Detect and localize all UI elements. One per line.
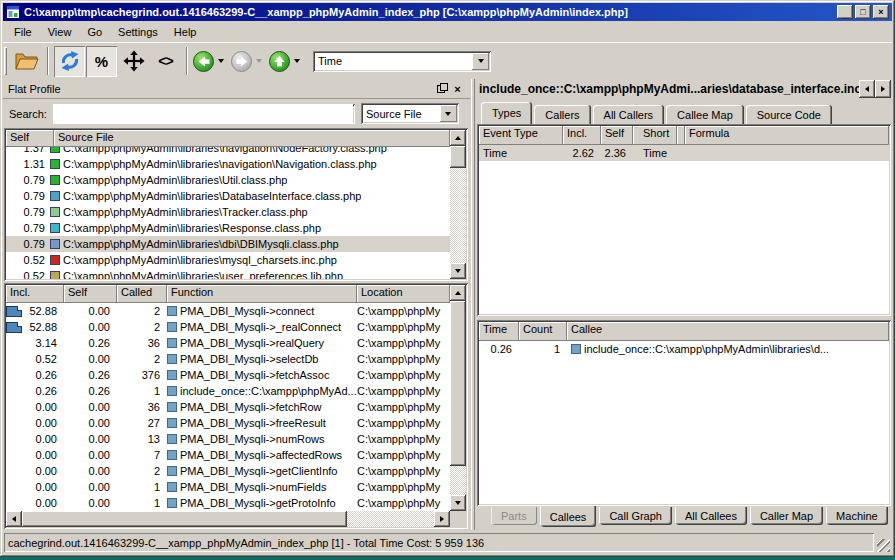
- column-header-callee[interactable]: Callee: [567, 322, 889, 341]
- table-row[interactable]: 3.140.2636 PMA_DBI_Mysqli->realQuery C:\…: [6, 335, 450, 351]
- menu-file[interactable]: File: [6, 23, 40, 41]
- function-icon: [167, 482, 177, 492]
- tab-callee-map[interactable]: Callee Map: [666, 105, 744, 124]
- event-type-combo[interactable]: Time: [313, 51, 491, 72]
- back-dropdown[interactable]: [214, 51, 228, 72]
- column-header-source-file[interactable]: Source File: [54, 130, 450, 147]
- tab-scroll-right-button[interactable]: [875, 80, 891, 98]
- scrollbar-thumb[interactable]: [22, 511, 347, 527]
- list-item[interactable]: 1.37C:\xampp\phpMyAdmin\libraries\naviga…: [6, 147, 450, 156]
- menu-settings[interactable]: Settings: [110, 23, 166, 41]
- list-item[interactable]: 0.52C:\xampp\phpMyAdmin\libraries\user_p…: [6, 268, 450, 279]
- title-bar[interactable]: C:\xampp\tmp\cachegrind.out.1416463299-C…: [3, 3, 892, 21]
- table-row-selected[interactable]: Time 2.62 2.36 Time: [479, 145, 889, 161]
- scrollbar-horizontal[interactable]: [6, 511, 450, 527]
- up-button[interactable]: [269, 51, 290, 72]
- tab-callers[interactable]: Callers: [534, 105, 590, 124]
- resize-grip[interactable]: [877, 539, 890, 552]
- column-header-count[interactable]: Count: [519, 322, 567, 341]
- scroll-up-button[interactable]: [450, 285, 466, 301]
- table-row[interactable]: 0.000.0027 PMA_DBI_Mysqli->freeResult C:…: [6, 415, 450, 431]
- tab-caller-map[interactable]: Caller Map: [750, 507, 823, 525]
- tab-all-callers[interactable]: All Callers: [593, 105, 665, 124]
- column-header-called[interactable]: Called: [117, 285, 167, 303]
- panel-splitter[interactable]: [471, 79, 475, 530]
- scroll-up-button[interactable]: [450, 130, 466, 146]
- grouping-combo[interactable]: Source File: [361, 103, 459, 124]
- menu-view[interactable]: View: [40, 23, 80, 41]
- toolbar-handle[interactable]: [4, 47, 7, 75]
- forward-dropdown[interactable]: [252, 51, 266, 72]
- close-button[interactable]: ×: [873, 5, 889, 19]
- tab-scroll-left-button[interactable]: [859, 80, 875, 98]
- move-cross-icon: [123, 50, 145, 72]
- maximize-button[interactable]: □: [855, 5, 871, 19]
- list-item[interactable]: 0.79C:\xampp\phpMyAdmin\libraries\Respon…: [6, 220, 450, 236]
- minimize-button[interactable]: _: [837, 5, 853, 19]
- tab-machine[interactable]: Machine: [826, 507, 888, 525]
- column-header-time[interactable]: Time: [479, 322, 519, 341]
- forward-button[interactable]: [231, 51, 252, 72]
- table-row[interactable]: 0.000.0036 PMA_DBI_Mysqli->fetchRow C:\x…: [6, 399, 450, 415]
- app-icon: [6, 5, 20, 19]
- scrollbar-vertical[interactable]: [450, 285, 466, 511]
- scroll-down-button[interactable]: [450, 495, 466, 511]
- column-header-self[interactable]: Self: [6, 130, 54, 147]
- scrollbar-thumb[interactable]: [450, 146, 466, 168]
- tab-source-code[interactable]: Source Code: [746, 105, 832, 124]
- cycle-detection-button[interactable]: <>: [150, 46, 181, 77]
- table-row[interactable]: 0.000.002 PMA_DBI_Mysqli->getClientInfo …: [6, 463, 450, 479]
- column-header-function[interactable]: Function: [167, 285, 357, 303]
- scroll-down-button[interactable]: [450, 263, 466, 279]
- dock-float-button[interactable]: [435, 82, 450, 96]
- up-dropdown[interactable]: [290, 51, 304, 72]
- list-item[interactable]: 0.79C:\xampp\phpMyAdmin\libraries\Databa…: [6, 188, 450, 204]
- table-row[interactable]: 0.520.002 PMA_DBI_Mysqli->selectDb C:\xa…: [6, 351, 450, 367]
- table-row[interactable]: 0.000.001 PMA_DBI_Mysqli->numFields C:\x…: [6, 479, 450, 495]
- scrollbar-vertical[interactable]: [450, 130, 466, 279]
- table-row[interactable]: 0.000.001 PMA_DBI_Mysqli->getProtoInfo C…: [6, 495, 450, 511]
- function-icon: [571, 344, 581, 354]
- tab-types[interactable]: Types: [481, 102, 532, 124]
- column-header-incl[interactable]: Incl.: [563, 126, 601, 145]
- combo-dropdown-button[interactable]: [472, 53, 489, 70]
- back-button[interactable]: [193, 51, 214, 72]
- relative-percent-button[interactable]: %: [86, 46, 117, 77]
- tab-callees[interactable]: Callees: [540, 506, 597, 527]
- tab-call-graph[interactable]: Call Graph: [599, 507, 672, 525]
- table-row[interactable]: 0.000.0013 PMA_DBI_Mysqli->numRows C:\xa…: [6, 431, 450, 447]
- list-item[interactable]: 1.31C:\xampp\phpMyAdmin\libraries\naviga…: [6, 156, 450, 172]
- table-row[interactable]: 0.26 1 include_once::C:\xampp\phpMyAdmin…: [479, 341, 889, 357]
- list-item[interactable]: 0.79C:\xampp\phpMyAdmin\libraries\Tracke…: [6, 204, 450, 220]
- dock-close-button[interactable]: ×: [450, 82, 465, 96]
- relative-to-parent-button[interactable]: [118, 46, 149, 77]
- column-header-short[interactable]: Short: [633, 126, 677, 145]
- scroll-right-button[interactable]: [434, 511, 450, 527]
- combo-dropdown-button[interactable]: [440, 105, 457, 122]
- list-item-selected[interactable]: 0.79C:\xampp\phpMyAdmin\libraries\dbi\DB…: [6, 236, 450, 252]
- scroll-left-button[interactable]: [6, 511, 22, 527]
- reload-button[interactable]: [54, 46, 85, 77]
- tab-all-callees[interactable]: All Callees: [675, 507, 747, 525]
- search-input[interactable]: [53, 104, 353, 124]
- dock-title-bar[interactable]: Flat Profile ×: [3, 79, 470, 99]
- column-header-self[interactable]: Self: [601, 126, 633, 145]
- table-row[interactable]: 0.000.007 PMA_DBI_Mysqli->affectedRows C…: [6, 447, 450, 463]
- list-item[interactable]: 0.52C:\xampp\phpMyAdmin\libraries\mysql_…: [6, 252, 450, 268]
- column-header-formula[interactable]: Formula: [685, 126, 889, 145]
- column-header-incl[interactable]: Incl.: [6, 285, 64, 303]
- menu-help[interactable]: Help: [166, 23, 205, 41]
- table-row[interactable]: 0.260.261 include_once::C:\xampp\phpMyAd…: [6, 383, 450, 399]
- table-row[interactable]: 52.88 0.002 PMA_DBI_Mysqli->connect C:\x…: [6, 303, 450, 319]
- scrollbar-thumb[interactable]: [450, 301, 466, 466]
- table-row[interactable]: 52.88 0.002 PMA_DBI_Mysqli->_realConnect…: [6, 319, 450, 335]
- column-header-location[interactable]: Location: [357, 285, 450, 303]
- column-header-self[interactable]: Self: [64, 285, 117, 303]
- column-header-event-type[interactable]: Event Type: [479, 126, 563, 145]
- open-file-button[interactable]: [11, 46, 42, 77]
- menu-go[interactable]: Go: [79, 23, 110, 41]
- function-icon: [167, 386, 177, 396]
- list-item[interactable]: 0.79C:\xampp\phpMyAdmin\libraries\Util.c…: [6, 172, 450, 188]
- cost-color-icon: [50, 207, 60, 217]
- table-row[interactable]: 0.260.26376 PMA_DBI_Mysqli->fetchAssoc C…: [6, 367, 450, 383]
